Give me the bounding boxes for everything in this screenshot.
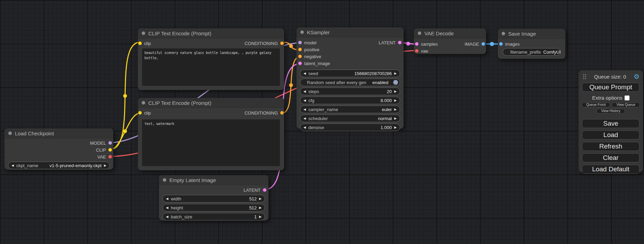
load-button[interactable]: Load (582, 130, 639, 139)
scheduler-widget[interactable]: ◀ scheduler normal ▶ (300, 115, 400, 122)
decrement-arrow-icon[interactable]: ◀ (166, 197, 168, 200)
node-collapse-dot-icon[interactable] (300, 30, 304, 34)
output-model: MODEL (90, 141, 112, 146)
load-default-button[interactable]: Load Default (582, 165, 639, 174)
node-title-bar[interactable]: Empty Latent Image (159, 175, 268, 185)
clear-button[interactable]: Clear (582, 153, 639, 162)
vae-port-dot[interactable] (108, 155, 112, 159)
cfg-widget[interactable]: ◀ cfg 8.000 ▶ (300, 97, 400, 104)
input-clip: clip (138, 41, 151, 46)
output-image: IMAGE (465, 42, 485, 47)
increment-arrow-icon[interactable]: ▶ (394, 126, 397, 129)
node-empty-latent-image[interactable]: Empty Latent Image LATENT ◀ width 512 ▶ … (159, 175, 268, 220)
node-ksampler[interactable]: KSampler LATENT model positive negative … (297, 27, 404, 129)
vae-port-dot[interactable] (415, 49, 418, 53)
image-port-dot[interactable] (499, 42, 503, 46)
increment-arrow-icon[interactable]: ▶ (394, 99, 397, 102)
node-load-checkpoint[interactable]: Load Checkpoint MODEL CLIP VAE ◀ ckpt_na… (5, 128, 113, 170)
view-queue-button[interactable]: View Queue (612, 102, 639, 107)
node-title-bar[interactable]: VAE Decode (414, 28, 486, 38)
decrement-arrow-icon[interactable]: ◀ (303, 117, 306, 120)
settings-gear-icon[interactable]: ⚙ (634, 74, 639, 80)
denoise-widget[interactable]: ◀ denoise 1.000 ▶ (300, 124, 400, 131)
clip-port-dot[interactable] (138, 42, 142, 45)
input-latent-image: latent_image (298, 61, 330, 66)
latent-port-dot[interactable] (298, 62, 302, 65)
link-dot-positive (289, 44, 293, 48)
node-title-bar[interactable]: CLIP Text Encode (Prompt) (138, 28, 284, 38)
random-seed-widget[interactable]: Random seed after every gen enabled (300, 79, 400, 86)
increment-arrow-icon[interactable]: ▶ (394, 108, 397, 111)
prompt-textarea[interactable]: beautiful scenery nature glass bottle la… (142, 48, 280, 86)
filename-prefix-widget[interactable]: filename_prefix ComfyUI (503, 48, 561, 56)
node-title: CLIP Text Encode (Prompt) (148, 100, 211, 106)
queue-front-button[interactable]: Queue Front (582, 102, 610, 107)
model-port-dot[interactable] (298, 41, 302, 44)
seed-widget[interactable]: ◀ seed 156680208700286 ▶ (300, 70, 400, 77)
image-port-dot[interactable] (482, 42, 485, 46)
queue-prompt-button[interactable]: Queue Prompt (582, 83, 639, 92)
queue-size-label: Queue size: 0 (586, 74, 634, 80)
prompt-textarea[interactable]: text, watermark (142, 119, 280, 166)
increment-arrow-icon[interactable]: ▶ (394, 117, 397, 120)
clip-port-dot[interactable] (108, 148, 112, 152)
node-title: CLIP Text Encode (Prompt) (148, 30, 211, 36)
height-widget[interactable]: ◀ height 512 ▶ (162, 204, 265, 211)
node-title-bar[interactable]: Load Checkpoint (5, 128, 113, 138)
increment-arrow-icon[interactable]: ▶ (259, 215, 262, 218)
random-seed-toggle[interactable] (393, 80, 398, 85)
queue-menu-panel: Queue size: 0 ⚙ Queue Prompt Extra optio… (579, 70, 643, 172)
node-title-bar[interactable]: Save Image (498, 29, 565, 39)
model-port-dot[interactable] (108, 141, 112, 145)
conditioning-port-dot[interactable] (280, 42, 284, 45)
node-title-bar[interactable]: KSampler (297, 27, 404, 37)
node-clip-text-encode-negative[interactable]: CLIP Text Encode (Prompt) clip CONDITION… (138, 98, 284, 170)
decrement-arrow-icon[interactable]: ◀ (303, 72, 306, 75)
clip-port-dot[interactable] (138, 111, 142, 115)
conditioning-port-dot[interactable] (298, 48, 302, 51)
increment-arrow-icon[interactable]: ▶ (394, 72, 397, 75)
latent-port-dot[interactable] (263, 188, 266, 192)
steps-widget[interactable]: ◀ steps 20 ▶ (300, 88, 400, 95)
extra-options-label: Extra options (592, 95, 623, 101)
node-collapse-dot-icon[interactable] (8, 132, 12, 135)
link-dot-latent (406, 42, 410, 46)
link-dot-negative (289, 83, 293, 87)
decrement-arrow-icon[interactable]: ◀ (166, 215, 168, 218)
comfyui-canvas[interactable]: { "nodes": { "load_checkpoint": { "title… (0, 0, 644, 244)
increment-arrow-icon[interactable]: ▶ (259, 206, 262, 209)
decrement-arrow-icon[interactable]: ◀ (166, 206, 168, 209)
latent-port-dot[interactable] (415, 42, 418, 46)
node-clip-text-encode-positive[interactable]: CLIP Text Encode (Prompt) clip CONDITION… (138, 28, 284, 90)
node-vae-decode[interactable]: VAE Decode IMAGE samples vae (414, 28, 486, 54)
save-button[interactable]: Save (582, 119, 639, 128)
conditioning-port-dot[interactable] (280, 111, 284, 115)
output-clip: CLIP (96, 147, 112, 153)
node-collapse-dot-icon[interactable] (142, 101, 145, 105)
sampler-name-widget[interactable]: ◀ sampler_name euler ▶ (300, 106, 400, 113)
latent-port-dot[interactable] (398, 41, 402, 44)
output-latent: LATENT (244, 188, 266, 193)
node-collapse-dot-icon[interactable] (163, 178, 166, 182)
increment-arrow-icon[interactable]: ▶ (104, 164, 106, 167)
decrement-arrow-icon[interactable]: ◀ (303, 99, 306, 102)
node-title-bar[interactable]: CLIP Text Encode (Prompt) (138, 98, 284, 108)
view-history-button[interactable]: View History (597, 109, 625, 114)
batch-size-widget[interactable]: ◀ batch_size 1 ▶ (162, 213, 265, 220)
increment-arrow-icon[interactable]: ▶ (394, 90, 397, 93)
conditioning-port-dot[interactable] (298, 55, 302, 58)
decrement-arrow-icon[interactable]: ◀ (11, 164, 14, 167)
decrement-arrow-icon[interactable]: ◀ (303, 108, 306, 111)
node-save-image[interactable]: Save Image images filename_prefix ComfyU… (498, 29, 565, 59)
node-collapse-dot-icon[interactable] (418, 31, 421, 35)
decrement-arrow-icon[interactable]: ◀ (303, 126, 306, 129)
decrement-arrow-icon[interactable]: ◀ (303, 90, 306, 93)
extra-options-checkbox[interactable] (625, 96, 629, 100)
ckpt-name-widget[interactable]: ◀ ckpt_name v1-5-pruned-emaonly.ckpt ▶ (8, 162, 110, 169)
node-collapse-dot-icon[interactable] (142, 31, 145, 35)
drag-handle-icon[interactable] (583, 74, 586, 80)
width-widget[interactable]: ◀ width 512 ▶ (162, 195, 265, 202)
increment-arrow-icon[interactable]: ▶ (259, 197, 262, 200)
node-collapse-dot-icon[interactable] (502, 32, 505, 35)
refresh-button[interactable]: Refresh (582, 142, 639, 151)
